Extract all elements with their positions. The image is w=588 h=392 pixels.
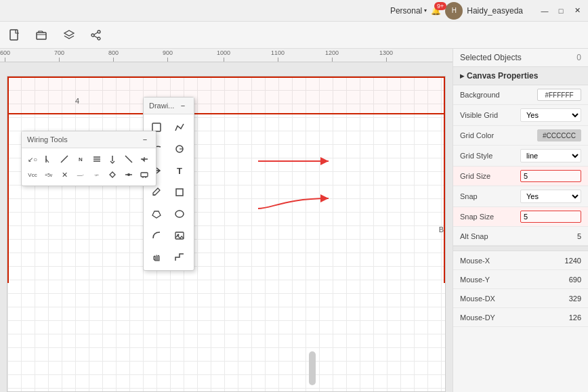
vertical-scrollbar[interactable] xyxy=(309,351,316,385)
visible-grid-row: Visible Grid Yes No xyxy=(453,105,588,126)
svg-line-17 xyxy=(61,156,68,162)
draw-hand-btn[interactable] xyxy=(146,247,167,267)
wiring-tools-title: Wiring Tools xyxy=(27,135,68,144)
grid-color-label: Grid Color xyxy=(460,131,494,139)
marker-4: 4 xyxy=(75,97,79,105)
grid-size-input[interactable] xyxy=(520,170,581,182)
ruler-mark-800: 800 xyxy=(108,49,119,62)
wiring-vcc-btn[interactable]: Vcc xyxy=(26,168,39,181)
username: Haidy_easyeda xyxy=(467,6,523,16)
alt-snap-value: 5 xyxy=(577,232,581,240)
draw-image-btn[interactable] xyxy=(169,225,190,246)
background-row: Background #FFFFFF xyxy=(453,85,588,105)
wiring-bus2-btn[interactable] xyxy=(90,152,104,166)
wiring-netlabel-btn[interactable]: N xyxy=(74,152,87,166)
schematic-border-left xyxy=(7,114,9,283)
snap-size-input[interactable] xyxy=(520,211,581,223)
wiring-power-btn[interactable] xyxy=(106,152,119,166)
canvas-area[interactable]: 600 700 800 900 1000 1100 1200 1300 4 5 … xyxy=(0,49,453,392)
personal-label: Personal xyxy=(390,6,422,16)
chevron-down-icon: ▾ xyxy=(424,7,427,14)
wiring-extra2-btn[interactable] xyxy=(122,168,135,181)
mouse-dx-row: Mouse-DX 329 xyxy=(453,289,588,308)
notification-bell[interactable]: 🔔 9+ xyxy=(431,6,441,16)
draw-path-btn[interactable] xyxy=(169,247,190,267)
svg-line-22 xyxy=(125,156,132,162)
wiring-probe-btn[interactable]: —· xyxy=(74,168,87,181)
mouse-dy-label: Mouse-DY xyxy=(460,313,495,322)
wiring-extra3-btn[interactable] xyxy=(138,168,151,181)
mouse-dx-value: 329 xyxy=(569,295,581,303)
grid-size-label: Grid Size xyxy=(460,172,490,180)
grid-color-chip[interactable]: #CCCCCC xyxy=(537,129,581,141)
grid-color-row: Grid Color #CCCCCC xyxy=(453,126,588,146)
mouse-dy-value: 126 xyxy=(569,313,581,322)
selected-objects-count: 0 xyxy=(576,53,581,62)
draw-polyline-btn[interactable] xyxy=(169,117,190,137)
draw-polygon-btn[interactable] xyxy=(146,204,167,224)
maximize-button[interactable]: □ xyxy=(555,5,566,16)
alt-snap-row: Alt Snap 5 xyxy=(453,227,588,246)
svg-line-6 xyxy=(94,36,98,38)
drawing-toolbar-title: Drawi... xyxy=(149,102,174,110)
selected-objects-header: Selected Objects 0 xyxy=(453,49,588,67)
panel-divider xyxy=(453,246,588,251)
arrow-grid-size xyxy=(251,151,333,173)
share-button[interactable] xyxy=(87,26,106,45)
svg-rect-0 xyxy=(10,30,18,40)
mouse-x-label: Mouse-X xyxy=(460,257,490,265)
ruler-mark-600: 600 xyxy=(0,49,10,62)
ruler-mark-1200: 1200 xyxy=(325,49,339,62)
wiring-5v-btn[interactable]: +5v xyxy=(42,168,56,181)
drawing-toolbar-collapse[interactable]: − xyxy=(177,100,188,111)
snap-size-row: Snap Size xyxy=(453,207,588,227)
visible-grid-select[interactable]: Yes No xyxy=(520,108,581,122)
drawing-toolbar-header: Drawi... − xyxy=(144,97,194,114)
mouse-x-row: Mouse-X 1240 xyxy=(453,251,588,270)
draw-rect-btn[interactable] xyxy=(169,182,190,202)
snap-select[interactable]: Yes No xyxy=(520,190,581,203)
wiring-noconnect-btn[interactable] xyxy=(122,152,135,166)
wiring-extra1-btn[interactable] xyxy=(106,168,119,181)
svg-point-2 xyxy=(98,30,100,33)
wiring-tools-collapse[interactable]: − xyxy=(140,134,150,145)
draw-arc2-btn[interactable] xyxy=(146,225,167,246)
user-area: Personal ▾ 🔔 9+ H Haidy_easyeda xyxy=(390,2,523,20)
visible-grid-label: Visible Grid xyxy=(460,111,498,119)
background-color-chip[interactable]: #FFFFFF xyxy=(537,89,581,101)
minimize-button[interactable]: — xyxy=(539,5,550,16)
personal-menu[interactable]: Personal ▾ xyxy=(390,6,427,16)
snap-label: Snap xyxy=(460,192,478,200)
wiring-diagonal-btn[interactable] xyxy=(58,152,71,166)
notification-count: 9+ xyxy=(434,2,446,10)
marker-b: B xyxy=(439,225,444,234)
window-controls: — □ ✕ xyxy=(539,5,583,16)
layers-button[interactable] xyxy=(60,26,79,45)
snap-row: Snap Yes No xyxy=(453,186,588,207)
grid-style-select[interactable]: line dot xyxy=(520,149,581,162)
triangle-icon: ▶ xyxy=(460,73,464,79)
wiring-wire-btn[interactable]: ↙○ xyxy=(26,152,39,166)
new-file-button[interactable] xyxy=(5,26,24,45)
draw-ellipse-btn[interactable] xyxy=(169,204,190,224)
wiring-gnd-btn[interactable]: ✕ xyxy=(58,168,71,181)
canvas-grid xyxy=(7,77,445,391)
wiring-bus-btn[interactable] xyxy=(42,152,56,166)
ruler-mark-700: 700 xyxy=(54,49,64,62)
avatar[interactable]: H xyxy=(445,2,463,20)
wiring-junction-btn[interactable] xyxy=(138,152,151,166)
mouse-dx-label: Mouse-DX xyxy=(460,295,495,303)
alt-snap-label: Alt Snap xyxy=(460,232,488,240)
close-button[interactable]: ✕ xyxy=(572,5,583,16)
avatar-initial: H xyxy=(452,7,457,14)
wiring-flag-btn[interactable]: ·⌐ xyxy=(90,168,104,181)
svg-point-25 xyxy=(127,173,130,176)
open-file-button[interactable] xyxy=(33,26,51,45)
canvas-content[interactable]: 4 5 B Drawi... − xyxy=(7,76,446,392)
draw-arc-btn[interactable] xyxy=(169,139,190,159)
ruler-top: 600 700 800 900 1000 1100 1200 1300 xyxy=(0,49,453,62)
wiring-tools-panel: Wiring Tools − ↙○ N xyxy=(21,131,156,186)
mouse-x-value: 1240 xyxy=(565,257,581,265)
grid-style-label: Grid Style xyxy=(460,152,492,160)
draw-text-btn[interactable]: T xyxy=(169,160,190,181)
